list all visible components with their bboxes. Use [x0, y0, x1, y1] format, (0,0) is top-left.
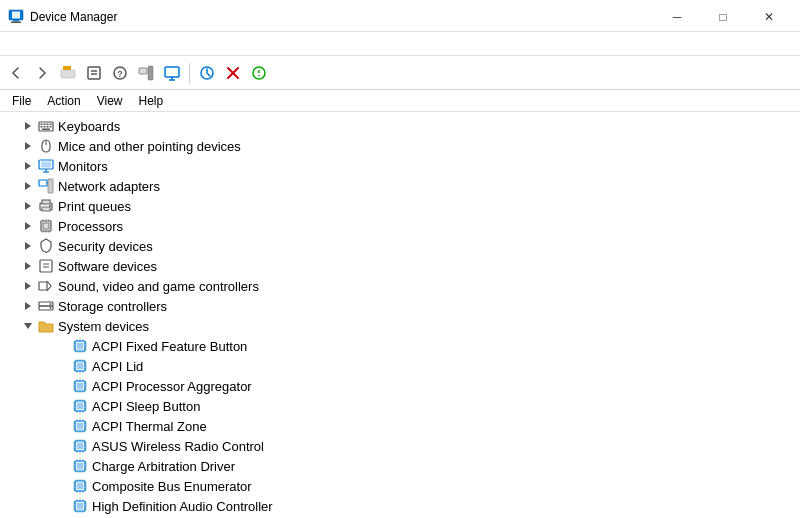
software-icon — [38, 258, 54, 274]
scan-button[interactable] — [247, 61, 271, 85]
up-button[interactable] — [56, 61, 80, 85]
tree-label-charge-arbitration: Charge Arbitration Driver — [92, 459, 235, 474]
tree-item-monitors[interactable]: Monitors — [0, 156, 800, 176]
svg-marker-64 — [25, 282, 31, 290]
expand-btn-sound-video[interactable] — [20, 278, 36, 294]
expand-btn-network-adapters[interactable] — [20, 178, 36, 194]
maximize-button[interactable]: □ — [700, 4, 746, 30]
svg-point-69 — [50, 303, 52, 305]
folder-icon — [38, 318, 54, 334]
tree-label-acpi-processor: ACPI Processor Aggregator — [92, 379, 252, 394]
svg-rect-48 — [42, 207, 50, 211]
svg-rect-47 — [42, 200, 50, 204]
expand-btn-security-devices[interactable] — [20, 238, 36, 254]
svg-rect-73 — [77, 343, 83, 349]
printer-icon — [38, 198, 54, 214]
svg-marker-50 — [25, 222, 31, 230]
tree-label-composite-bus: Composite Bus Enumerator — [92, 479, 252, 494]
title-bar: Device Manager ─ □ ✕ — [0, 0, 800, 32]
tree-label-acpi-sleep: ACPI Sleep Button — [92, 399, 200, 414]
update-driver-button[interactable] — [195, 61, 219, 85]
tree-item-acpi-fixed[interactable]: ACPI Fixed Feature Button — [0, 336, 800, 356]
uninstall-button[interactable] — [221, 61, 245, 85]
properties-button[interactable] — [82, 61, 106, 85]
svg-rect-1 — [12, 11, 20, 18]
chip-icon — [72, 478, 88, 494]
svg-rect-185 — [77, 503, 83, 509]
svg-marker-34 — [25, 142, 31, 150]
forward-button[interactable] — [30, 61, 54, 85]
menubar-row: File Action View Help — [0, 90, 800, 112]
tree-item-processors[interactable]: Processors — [0, 216, 800, 236]
display-button[interactable] — [160, 61, 184, 85]
svg-marker-71 — [24, 323, 32, 329]
svg-rect-52 — [43, 223, 49, 229]
tree-item-acpi-lid[interactable]: ACPI Lid — [0, 356, 800, 376]
tree-item-acpi-sleep[interactable]: ACPI Sleep Button — [0, 396, 800, 416]
tree-label-monitors: Monitors — [58, 159, 108, 174]
chip-icon — [72, 418, 88, 434]
svg-rect-3 — [11, 21, 21, 23]
tree-item-system-devices[interactable]: System devices — [0, 316, 800, 336]
expand-btn-software-devices[interactable] — [20, 258, 36, 274]
svg-marker-41 — [25, 182, 31, 190]
storage-icon — [38, 298, 54, 314]
chip-icon — [72, 398, 88, 414]
expand-btn-monitors[interactable] — [20, 158, 36, 174]
tree-item-acpi-processor[interactable]: ACPI Processor Aggregator — [0, 376, 800, 396]
network-map-button[interactable] — [134, 61, 158, 85]
svg-marker-36 — [25, 162, 31, 170]
tree-item-acpi-thermal[interactable]: ACPI Thermal Zone — [0, 416, 800, 436]
menu-view[interactable]: View — [89, 92, 131, 110]
svg-rect-157 — [77, 463, 83, 469]
tree-label-sound-video: Sound, video and game controllers — [58, 279, 259, 294]
svg-rect-26 — [44, 124, 46, 126]
window-title: Device Manager — [30, 10, 117, 24]
tree-item-asus-wireless[interactable]: ASUS Wireless Radio Control — [0, 436, 800, 456]
svg-rect-65 — [39, 282, 47, 290]
app-icon — [8, 9, 24, 25]
menu-help[interactable]: Help — [131, 92, 172, 110]
tree-label-hd-audio: High Definition Audio Controller — [92, 499, 273, 514]
expand-btn-storage-controllers[interactable] — [20, 298, 36, 314]
expand-btn-mice[interactable] — [20, 138, 36, 154]
monitor-icon — [38, 158, 54, 174]
expand-btn-print-queues[interactable] — [20, 198, 36, 214]
minimize-button[interactable]: ─ — [654, 4, 700, 30]
svg-rect-28 — [50, 124, 52, 126]
menu-file[interactable]: File — [4, 92, 39, 110]
close-button[interactable]: ✕ — [746, 4, 792, 30]
device-tree[interactable]: KeyboardsMice and other pointing devices… — [0, 112, 800, 518]
tree-label-mice: Mice and other pointing devices — [58, 139, 241, 154]
svg-marker-66 — [25, 302, 31, 310]
chip-icon — [72, 438, 88, 454]
tree-item-mice[interactable]: Mice and other pointing devices — [0, 136, 800, 156]
menu-action[interactable]: Action — [39, 92, 88, 110]
tree-item-charge-arbitration[interactable]: Charge Arbitration Driver — [0, 456, 800, 476]
tree-item-hd-audio[interactable]: High Definition Audio Controller — [0, 496, 800, 516]
tree-item-network-adapters[interactable]: Network adapters — [0, 176, 800, 196]
svg-rect-31 — [47, 126, 49, 128]
expand-btn-system-devices[interactable] — [20, 318, 36, 334]
svg-rect-6 — [61, 70, 75, 78]
tree-item-composite-bus[interactable]: Composite Bus Enumerator — [0, 476, 800, 496]
svg-rect-13 — [148, 66, 153, 80]
tree-item-sound-video[interactable]: Sound, video and game controllers — [0, 276, 800, 296]
svg-rect-101 — [77, 383, 83, 389]
tree-item-software-devices[interactable]: Software devices — [0, 256, 800, 276]
help-button[interactable]: ? — [108, 61, 132, 85]
network-icon — [38, 178, 54, 194]
svg-rect-4 — [63, 66, 67, 70]
tree-item-keyboards[interactable]: Keyboards — [0, 116, 800, 136]
tree-label-network-adapters: Network adapters — [58, 179, 160, 194]
tree-label-system-devices: System devices — [58, 319, 149, 334]
tree-label-software-devices: Software devices — [58, 259, 157, 274]
back-button[interactable] — [4, 61, 28, 85]
window-controls: ─ □ ✕ — [654, 4, 792, 30]
expand-btn-processors[interactable] — [20, 218, 36, 234]
tree-item-storage-controllers[interactable]: Storage controllers — [0, 296, 800, 316]
tree-item-security-devices[interactable]: Security devices — [0, 236, 800, 256]
expand-btn-keyboards[interactable] — [20, 118, 36, 134]
tree-item-print-queues[interactable]: Print queues — [0, 196, 800, 216]
svg-rect-87 — [77, 363, 83, 369]
